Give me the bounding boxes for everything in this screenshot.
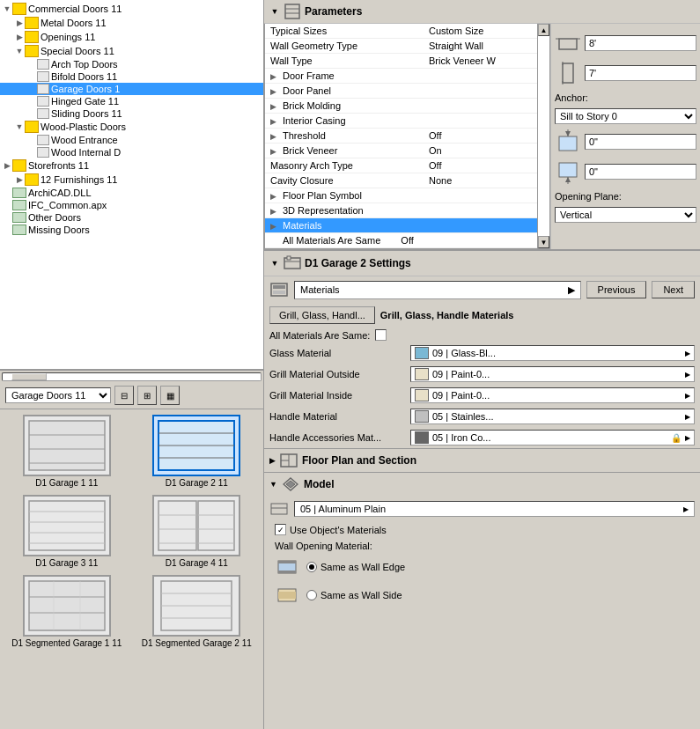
mat-arrow-4[interactable]: ▶ [685, 434, 690, 442]
thumb-label-d1sg2: D1 Segmented Garage 2 11 [142, 638, 252, 648]
tree-item-arch-top[interactable]: Arch Top Doors [0, 58, 263, 70]
folder-dropdown[interactable]: Garage Doors 11 [5, 387, 111, 403]
tree-item-metal[interactable]: ▶Metal Doors 11 [0, 16, 263, 30]
svg-rect-33 [559, 39, 577, 49]
model-icon [281, 476, 300, 492]
offset1-value[interactable]: 0" [585, 134, 696, 150]
svg-rect-39 [559, 136, 577, 151]
thumb-img-d1sg2 [152, 575, 240, 637]
mat-pill-2[interactable]: 09 | Paint-0...▶ [410, 387, 695, 403]
scrollbar-horizontal[interactable] [0, 370, 263, 382]
mat-pill-4[interactable]: 05 | Iron Co...🔒▶ [410, 430, 695, 446]
param-row-1[interactable]: Wall Geometry TypeStraight Wall [265, 39, 537, 54]
param-row-5[interactable]: ▶ Brick Molding [265, 99, 537, 114]
tree-item-ifc-common[interactable]: IFC_Common.apx [0, 199, 263, 211]
param-row-4[interactable]: ▶ Door Panel [265, 84, 537, 99]
model-pill[interactable]: 05 | Aluminum Plain ▶ [294, 501, 695, 517]
scroll-up-btn[interactable]: ▲ [538, 24, 549, 36]
scroll-thumb[interactable] [11, 373, 47, 380]
folder-icon [25, 173, 39, 186]
tree-item-hinged-gate[interactable]: Hinged Gate 11 [0, 95, 263, 107]
next-btn[interactable]: Next [652, 281, 695, 298]
thumb-item-d1sg2[interactable]: D1 Segmented Garage 2 11 [136, 575, 259, 648]
wall-opening-label: Wall Opening Material: [275, 541, 689, 551]
param-row-10[interactable]: Cavity ClosureNone [265, 173, 537, 188]
param-row-8[interactable]: ▶ Brick VeneerOn [265, 144, 537, 158]
svg-rect-50 [273, 291, 285, 294]
thumb-item-d1g1[interactable]: D1 Garage 1 11 [5, 415, 129, 488]
param-row-7[interactable]: ▶ ThresholdOff [265, 129, 537, 144]
thumb-item-d1g4[interactable]: D1 Garage 4 11 [136, 495, 259, 568]
tree-item-wood-internal[interactable]: Wood Internal D [0, 146, 263, 158]
settings-toggle[interactable]: ▼ [269, 258, 280, 269]
sub-section-btn[interactable]: Grill, Glass, Handl... [269, 306, 375, 324]
thumb-item-d1g3[interactable]: D1 Garage 3 11 [5, 495, 129, 568]
tree-item-bifold[interactable]: Bifold Doors 11 [0, 70, 263, 83]
mat-pill-1[interactable]: 09 | Paint-0...▶ [410, 366, 695, 382]
folder-icon [12, 3, 26, 15]
svg-rect-59 [278, 561, 296, 563]
prev-btn[interactable]: Previous [586, 281, 647, 298]
anchor-dropdown[interactable]: Sill to Story 0 [555, 108, 696, 124]
thumb-label-d1g3: D1 Garage 3 11 [35, 558, 98, 568]
mat-arrow-0[interactable]: ▶ [685, 350, 690, 357]
mat-color-1 [415, 368, 429, 380]
tree-item-garage[interactable]: Garage Doors 1 [0, 83, 263, 95]
mat-color-3 [415, 410, 429, 423]
mat-arrow-3[interactable]: ▶ [685, 413, 690, 421]
tree-item-wood-plastic[interactable]: ▼Wood-Plastic Doors [0, 120, 263, 134]
tree-item-storefronts[interactable]: ▶Storefronts 11 [0, 158, 263, 173]
tree-item-commercial[interactable]: ▼Commercial Doors 11 [0, 2, 263, 16]
radio-same-side[interactable] [306, 590, 317, 600]
mat-pill-0[interactable]: 09 | Glass-Bl...▶ [410, 345, 695, 361]
radio-same-side-label: Same as Wall Side [321, 590, 402, 600]
params-toggle[interactable]: ▼ [269, 6, 280, 17]
mat-pill-3[interactable]: 05 | Stainles...▶ [410, 409, 695, 424]
param-row-2[interactable]: Wall TypeBrick Veneer W [265, 54, 537, 69]
param-row-6[interactable]: ▶ Interior Casing [265, 114, 537, 129]
file-icon [37, 59, 49, 70]
use-obj-checkbox[interactable]: ✓ [275, 524, 286, 535]
offset2-value[interactable]: 0" [585, 164, 696, 180]
tree-item-wood-entrance[interactable]: Wood Entrance [0, 134, 263, 146]
params-scrollbar[interactable]: ▲ ▼ [537, 24, 549, 248]
svg-rect-56 [271, 504, 287, 514]
view-detail-btn[interactable]: ▦ [160, 386, 180, 405]
fp-toggle[interactable]: ▶ [269, 456, 276, 465]
materials-dropdown[interactable]: Materials ▶ [294, 281, 581, 299]
mat-arrow-2[interactable]: ▶ [685, 392, 690, 400]
tree-item-sliding-doors[interactable]: Sliding Doors 11 [0, 107, 263, 120]
param-row-9[interactable]: Masonry Arch TypeOff [265, 158, 537, 173]
param-row-3[interactable]: ▶ Door Frame [265, 69, 537, 84]
tree-item-openings[interactable]: ▶Openings 11 [0, 30, 263, 44]
param-row-0[interactable]: Typical SizesCustom Size [265, 24, 537, 39]
anchor-label: Anchor: [555, 92, 696, 103]
param-row-11[interactable]: ▶ Floor Plan Symbol [265, 188, 537, 203]
view-list-btn[interactable]: ⊟ [114, 386, 134, 405]
thumb-item-d1g2[interactable]: D1 Garage 2 11 [136, 415, 259, 488]
param-row-12[interactable]: ▶ 3D Representation [265, 203, 537, 218]
bottom-toolbar: Garage Doors 11 ⊟ ⊞ ▦ [0, 382, 263, 409]
scroll-down-btn[interactable]: ▼ [538, 236, 549, 248]
param-row-13[interactable]: ▶ Materials [265, 218, 537, 233]
mat-arrow-1[interactable]: ▶ [685, 371, 690, 379]
all-same-checkbox[interactable] [375, 329, 387, 341]
model-toggle[interactable]: ▼ [269, 480, 277, 489]
tree-item-furnishings[interactable]: ▶12 Furnishings 11 [0, 173, 263, 187]
view-grid-btn[interactable]: ⊞ [137, 386, 157, 405]
width-value[interactable]: 8' [585, 35, 696, 51]
radio-same-edge[interactable] [306, 562, 317, 572]
scroll-track [538, 36, 549, 236]
height-value[interactable]: 7' [585, 65, 696, 81]
tree-item-other-doors[interactable]: Other Doors [0, 211, 263, 224]
mat-sub-header: Grill, Glass, Handl... Grill, Glass, Han… [264, 303, 700, 328]
thumb-img-d1g1 [23, 415, 111, 476]
model-title: Model [304, 478, 335, 490]
svg-marker-55 [286, 481, 295, 488]
opening-plane-dropdown[interactable]: Vertical [555, 207, 696, 223]
tree-item-archicad-dll[interactable]: ArchiCAD.DLL [0, 187, 263, 199]
param-row-14[interactable]: All Materials Are Same Off [265, 233, 537, 248]
tree-item-missing-doors[interactable]: Missing Doors [0, 224, 263, 236]
thumb-item-d1sg1[interactable]: D1 Segmented Garage 1 11 [5, 575, 129, 648]
tree-item-special[interactable]: ▼Special Doors 11 [0, 44, 263, 58]
